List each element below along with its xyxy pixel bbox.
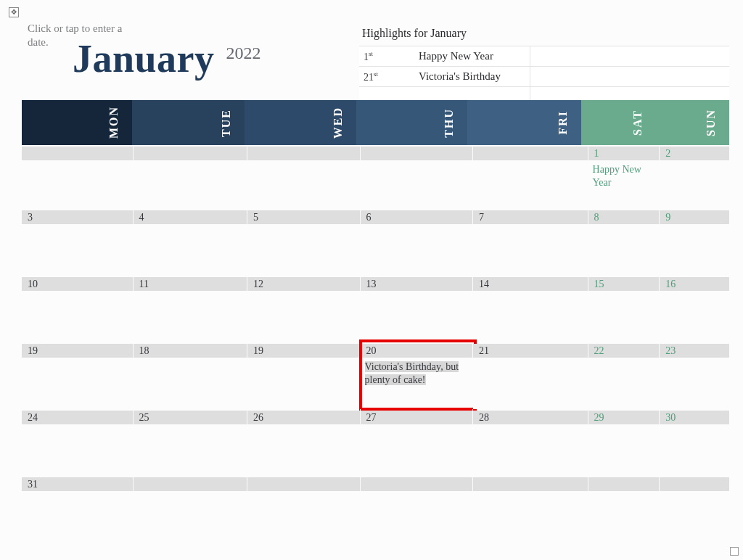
day-cell[interactable]: 2 <box>660 145 729 209</box>
day-cell[interactable] <box>660 476 729 543</box>
day-body[interactable] <box>660 491 729 543</box>
day-cell[interactable]: 26 <box>247 409 361 476</box>
day-cell[interactable]: 4 <box>134 209 248 276</box>
day-body[interactable] <box>361 291 473 342</box>
day-cell[interactable] <box>22 145 134 209</box>
day-cell[interactable] <box>588 476 660 543</box>
day-body[interactable] <box>660 224 729 276</box>
day-cell[interactable]: 3 <box>22 209 134 276</box>
day-cell[interactable]: 18 <box>134 342 248 409</box>
day-body[interactable] <box>22 424 133 476</box>
day-cell[interactable]: 7 <box>473 209 588 276</box>
day-body[interactable] <box>473 424 588 476</box>
day-body[interactable] <box>247 424 360 476</box>
day-body[interactable] <box>361 160 473 209</box>
day-cell[interactable] <box>247 476 361 543</box>
day-body[interactable] <box>473 224 588 276</box>
highlight-row[interactable]: 1st Happy New Year <box>359 46 729 66</box>
day-cell[interactable]: 19 <box>22 342 134 409</box>
day-body[interactable] <box>588 291 660 342</box>
day-cell[interactable]: 8 <box>588 209 660 276</box>
day-body[interactable] <box>22 491 133 543</box>
day-body[interactable] <box>134 224 247 276</box>
calendar-page: ✥ Click or tap to enter a date. January … <box>0 0 743 560</box>
day-body[interactable] <box>22 291 133 342</box>
day-body[interactable] <box>588 358 660 409</box>
day-body[interactable] <box>473 491 588 543</box>
day-cell[interactable]: 31 <box>22 476 134 543</box>
day-cell[interactable] <box>473 145 588 209</box>
day-body[interactable] <box>247 224 360 276</box>
day-body[interactable] <box>247 491 360 543</box>
day-cell[interactable]: 27 <box>361 409 474 476</box>
day-body[interactable] <box>22 224 133 276</box>
day-cell[interactable]: 22 <box>588 342 660 409</box>
day-number: 5 <box>247 210 360 224</box>
day-cell[interactable]: 5 <box>247 209 361 276</box>
day-body[interactable] <box>588 491 660 543</box>
highlight-extra-cell[interactable] <box>530 67 729 86</box>
title-year[interactable]: 2022 <box>226 44 261 62</box>
day-body[interactable] <box>473 291 588 342</box>
day-cell[interactable]: 16 <box>660 276 729 342</box>
table-anchor-icon[interactable]: ✥ <box>9 7 19 17</box>
day-body[interactable] <box>247 160 360 209</box>
table-resize-handle-icon[interactable] <box>730 547 739 556</box>
day-body[interactable] <box>134 358 247 409</box>
day-cell[interactable]: 11 <box>134 276 248 342</box>
day-body[interactable] <box>134 160 247 209</box>
day-body[interactable] <box>22 358 133 409</box>
day-body[interactable] <box>361 491 473 543</box>
day-body[interactable] <box>660 358 729 409</box>
day-cell[interactable] <box>361 145 474 209</box>
day-body[interactable] <box>361 224 473 276</box>
day-cell[interactable] <box>134 145 248 209</box>
day-cell[interactable]: 6 <box>361 209 474 276</box>
day-body[interactable] <box>660 424 729 476</box>
day-body[interactable]: Happy New Year <box>588 160 660 209</box>
week-row: 24252627282930 <box>22 409 729 476</box>
day-body[interactable] <box>247 358 360 409</box>
highlight-extra-cell[interactable] <box>530 46 729 66</box>
day-cell[interactable]: 23 <box>660 342 729 409</box>
day-cell[interactable] <box>247 145 361 209</box>
day-body[interactable] <box>473 358 588 409</box>
day-cell[interactable]: 19 <box>247 342 361 409</box>
day-body[interactable] <box>660 160 729 209</box>
day-cell[interactable]: 13 <box>361 276 474 342</box>
day-cell[interactable]: 1Happy New Year <box>588 145 660 209</box>
day-cell[interactable]: 10 <box>22 276 134 342</box>
day-body[interactable] <box>588 224 660 276</box>
day-cell[interactable]: 24 <box>22 409 134 476</box>
day-cell[interactable] <box>134 476 248 543</box>
day-cell[interactable]: 21 <box>473 342 588 409</box>
highlight-event: Happy New Year <box>417 50 530 62</box>
day-cell[interactable]: 14 <box>473 276 588 342</box>
day-body[interactable] <box>588 424 660 476</box>
day-cell[interactable]: 9 <box>660 209 729 276</box>
day-cell[interactable]: 15 <box>588 276 660 342</box>
day-body[interactable] <box>134 291 247 342</box>
day-cell[interactable] <box>473 476 588 543</box>
title-month[interactable]: January <box>73 36 215 81</box>
day-cell[interactable] <box>361 476 474 543</box>
day-body[interactable] <box>134 491 247 543</box>
day-cell[interactable]: 12 <box>247 276 361 342</box>
day-body[interactable] <box>361 424 473 476</box>
day-cell[interactable]: 30 <box>660 409 729 476</box>
day-body[interactable] <box>22 160 133 209</box>
day-cell[interactable]: 20Victoria's Birthday, but plenty of cak… <box>361 342 474 409</box>
highlight-row[interactable]: 21st Victoria's Birthday <box>359 66 729 86</box>
day-body[interactable] <box>247 291 360 342</box>
day-cell[interactable]: 28 <box>473 409 588 476</box>
day-body[interactable] <box>660 291 729 342</box>
week-row: 10111213141516 <box>22 276 729 342</box>
day-body[interactable] <box>473 160 588 209</box>
day-body[interactable] <box>134 424 247 476</box>
day-number: 1 <box>588 147 660 160</box>
day-cell[interactable]: 25 <box>134 409 248 476</box>
day-body[interactable]: Victoria's Birthday, but plenty of cake! <box>361 358 473 409</box>
day-number <box>247 147 360 160</box>
day-cell[interactable]: 29 <box>588 409 660 476</box>
event-text-selected[interactable]: Victoria's Birthday, but plenty of cake! <box>365 361 459 385</box>
